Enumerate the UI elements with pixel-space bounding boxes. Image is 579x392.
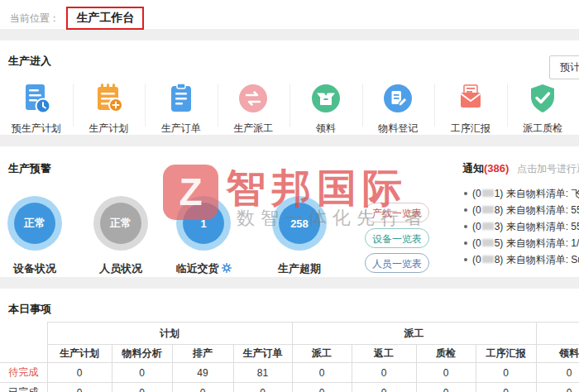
process-report-icon bbox=[454, 103, 487, 117]
row-label-pending: 待完成 bbox=[0, 363, 47, 383]
section-title-warning: 生产预警 bbox=[8, 161, 51, 176]
notification-header: 通知(386) 点击加号进行通知 bbox=[462, 161, 579, 176]
column-header: 物料分析 bbox=[112, 345, 172, 363]
notification-count: (386) bbox=[484, 162, 509, 174]
stat-label: 临近交货 bbox=[176, 261, 219, 276]
table-cell-link[interactable]: 0 bbox=[172, 383, 233, 392]
notification-item[interactable]: (08) 来自物料清单: Su bbox=[462, 251, 579, 268]
gear-icon[interactable] bbox=[222, 263, 232, 275]
table-cell-link[interactable]: 0 bbox=[47, 363, 112, 383]
entry-item-dispatch-qc[interactable]: 派工质检 bbox=[507, 82, 579, 136]
personnel-list-button[interactable]: 人员一览表 bbox=[365, 253, 429, 273]
section-production-entry: 生产进入 预计划 预生产计划 生产计划 生产订单 bbox=[0, 41, 579, 135]
production-dispatch-icon bbox=[237, 103, 270, 117]
entry-item-label: 生产订单 bbox=[145, 122, 218, 136]
dispatch-qc-icon bbox=[526, 103, 559, 117]
stat-label: 人员状况 bbox=[99, 261, 142, 276]
entry-item-material-register[interactable]: 物料登记 bbox=[362, 82, 435, 136]
entry-item-material-requisition[interactable]: 领料 bbox=[290, 82, 362, 136]
column-header: 工序汇报 bbox=[476, 345, 536, 363]
table-cell-link[interactable]: 0 bbox=[112, 363, 172, 383]
table-row-pending: 待完成 0 0 49 81 0 0 0 0 0 bbox=[0, 363, 579, 383]
column-header: 生产订单 bbox=[233, 345, 292, 363]
stat-label: 生产超期 bbox=[278, 261, 321, 276]
table-cell-link[interactable]: 49 bbox=[172, 363, 233, 383]
entry-item-pre-production-plan[interactable]: 预生产计划 bbox=[0, 82, 73, 136]
column-header: 派工 bbox=[292, 345, 352, 363]
status-value: 258 bbox=[279, 203, 320, 244]
preplan-button[interactable]: 预计划 bbox=[549, 55, 579, 79]
notification-item[interactable]: (03) 来自物料清单: 55 bbox=[462, 218, 579, 235]
table-cell-link[interactable]: 0 bbox=[352, 363, 416, 383]
table-cell-link[interactable]: 0 bbox=[416, 363, 476, 383]
status-circle: 正常 bbox=[93, 196, 148, 251]
table-column-header-row: 生产计划 物料分析 排产 生产订单 派工 返工 质检 工序汇报 领料 bbox=[0, 345, 579, 363]
stat-near-delivery[interactable]: 1 临近交货 bbox=[165, 196, 242, 276]
entry-item-label: 预生产计划 bbox=[0, 122, 73, 136]
stat-equipment-status[interactable]: 正常 设备状况 bbox=[0, 196, 73, 276]
redacted-text bbox=[482, 206, 494, 213]
pre-production-plan-icon bbox=[20, 103, 53, 117]
section-title-entry: 生产进入 bbox=[8, 54, 51, 69]
status-value: 1 bbox=[183, 203, 224, 244]
bullet-icon bbox=[464, 225, 467, 228]
breadcrumb-current-page: 生产工作台 bbox=[66, 7, 144, 30]
group-header-plan: 计划 bbox=[47, 323, 292, 345]
entry-item-label: 生产派工 bbox=[218, 122, 290, 136]
material-register-icon bbox=[381, 103, 414, 117]
entry-item-production-dispatch[interactable]: 生产派工 bbox=[218, 82, 290, 136]
table-cell-link[interactable]: 0 bbox=[233, 383, 292, 392]
table-group-header-row: 计划 派工 bbox=[0, 323, 579, 345]
section-divider bbox=[0, 135, 579, 146]
status-value: 正常 bbox=[100, 203, 141, 244]
column-header: 质检 bbox=[416, 345, 476, 363]
entry-item-process-report[interactable]: 工序汇报 bbox=[434, 82, 507, 136]
table-cell-link[interactable]: 0 bbox=[352, 383, 416, 392]
table-cell-link[interactable]: 0 bbox=[476, 363, 536, 383]
status-value: 正常 bbox=[14, 203, 55, 244]
entry-item-production-order[interactable]: 生产订单 bbox=[145, 82, 218, 136]
bullet-icon bbox=[464, 208, 467, 212]
equipment-list-button[interactable]: 设备一览表 bbox=[365, 228, 429, 248]
table-cell-link[interactable]: 0 bbox=[47, 383, 112, 392]
table-cell-link[interactable]: 0 bbox=[292, 363, 352, 383]
notification-list: (01) 来自物料清单: 飞 (08) 来自物料清单: 55 (03) 来自物料… bbox=[462, 185, 579, 268]
notification-item[interactable]: (01) 来自物料清单: 飞 bbox=[462, 185, 579, 202]
breadcrumb-prefix: 当前位置： bbox=[10, 12, 60, 24]
today-items-table: 计划 派工 生产计划 物料分析 排产 生产订单 派工 返工 质检 工序汇报 领料… bbox=[0, 322, 579, 392]
table-cell-link[interactable]: 0 bbox=[112, 383, 172, 392]
group-header-dispatch: 派工 bbox=[292, 323, 536, 345]
row-label-completed: 已完成 bbox=[0, 383, 47, 392]
breadcrumb: 当前位置： 生产工作台 bbox=[0, 0, 579, 29]
notification-item[interactable]: (08) 来自物料清单: 55 bbox=[462, 202, 579, 218]
stat-label: 设备状况 bbox=[13, 261, 56, 276]
entry-item-label: 领料 bbox=[290, 122, 362, 136]
section-divider bbox=[0, 29, 579, 41]
redacted-text bbox=[482, 256, 494, 263]
entry-item-label: 工序汇报 bbox=[434, 122, 507, 136]
production-workbench-page: 当前位置： 生产工作台 生产进入 预计划 预生产计划 生产计划 bbox=[0, 0, 579, 392]
entry-item-label: 物料登记 bbox=[362, 122, 435, 136]
production-line-list-button[interactable]: 产线一览表 bbox=[365, 203, 429, 222]
table-cell-link[interactable]: 0 bbox=[416, 383, 476, 392]
section-production-warning: 生产预警 正常 设备状况 正常 人员状况 1 临近交货 258 bbox=[0, 146, 579, 277]
redacted-text bbox=[482, 189, 494, 197]
stat-personnel-status[interactable]: 正常 人员状况 bbox=[83, 196, 159, 276]
section-divider bbox=[0, 277, 579, 289]
notification-item[interactable]: (05) 来自物料清单: 1/ bbox=[462, 235, 579, 251]
table-cell-link[interactable]: 0 bbox=[476, 383, 536, 392]
status-circle: 正常 bbox=[7, 196, 62, 251]
column-header: 领料 bbox=[536, 345, 579, 363]
table-cell-link[interactable]: 0 bbox=[292, 383, 352, 392]
entry-item-production-plan[interactable]: 生产计划 bbox=[73, 82, 146, 136]
table-cell: 81 bbox=[233, 363, 292, 383]
notification-title: 通知 bbox=[462, 162, 484, 174]
redacted-text bbox=[482, 239, 494, 246]
table-cell-link[interactable]: 0 bbox=[536, 363, 579, 383]
section-title-today: 本日事项 bbox=[8, 302, 51, 317]
table-cell-link[interactable]: 0 bbox=[536, 383, 579, 392]
status-circle: 258 bbox=[272, 196, 327, 251]
stat-production-overdue[interactable]: 258 生产超期 bbox=[261, 196, 337, 276]
group-header-material bbox=[536, 323, 579, 345]
column-header: 返工 bbox=[352, 345, 416, 363]
